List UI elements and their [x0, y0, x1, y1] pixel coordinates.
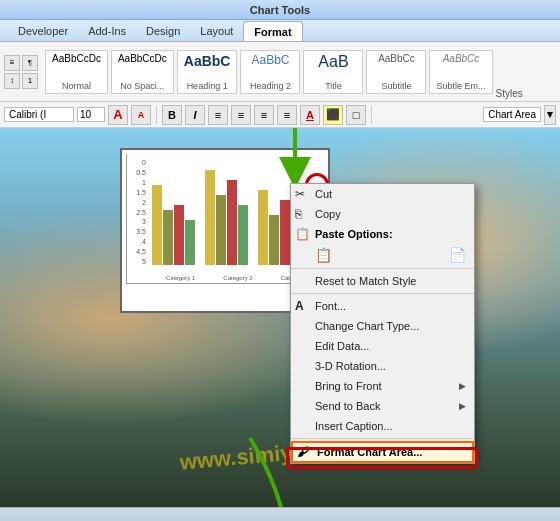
format-toolbar: A A B I ≡ ≡ ≡ ≡ A ⬛ □ Chart Area ▾	[0, 102, 560, 128]
tab-developer[interactable]: Developer	[8, 21, 78, 41]
title-text: Chart Tools	[250, 4, 310, 16]
style-subtitle-preview: AaBbCc	[378, 53, 415, 64]
bar-3-3	[280, 200, 290, 265]
tool-btn-4[interactable]: 1	[22, 73, 38, 89]
align-justify-btn[interactable]: ≡	[277, 105, 297, 125]
title-bar: Chart Tools	[0, 0, 560, 20]
ctx-reset-style[interactable]: Reset to Match Style	[291, 271, 474, 291]
ctx-paste-icons[interactable]: 📋 📄	[291, 244, 474, 266]
font-size-decrease-btn[interactable]: A	[131, 105, 151, 125]
highlight-btn[interactable]: ⬛	[323, 105, 343, 125]
tab-design[interactable]: Design	[136, 21, 190, 41]
bold-btn[interactable]: B	[162, 105, 182, 125]
bar-2-2	[216, 195, 226, 265]
style-subtle-em-label: Subtle Em...	[436, 81, 485, 91]
style-normal[interactable]: AaBbCcDc Normal	[45, 50, 108, 94]
ctx-change-chart-type[interactable]: Change Chart Type...	[291, 316, 474, 336]
bring-front-arrow: ▶	[459, 381, 466, 391]
style-subtitle[interactable]: AaBbCc Subtitle	[366, 50, 426, 94]
tool-btn-1[interactable]: ≡	[4, 55, 20, 71]
style-heading2-preview: AaBbC	[251, 53, 289, 67]
bar-1-3	[174, 205, 184, 265]
align-right-btn[interactable]: ≡	[254, 105, 274, 125]
tab-format[interactable]: Format	[243, 21, 302, 41]
bar-3-2	[269, 215, 279, 265]
ctx-bring-front[interactable]: Bring to Front ▶	[291, 376, 474, 396]
tab-layout[interactable]: Layout	[190, 21, 243, 41]
style-normal-label: Normal	[62, 81, 91, 91]
ctx-send-back[interactable]: Send to Back ▶	[291, 396, 474, 416]
style-heading1-preview: AaBbC	[184, 53, 231, 69]
ctx-insert-caption[interactable]: Insert Caption...	[291, 416, 474, 436]
style-heading2-label: Heading 2	[250, 81, 291, 91]
fmt-sep-1	[156, 106, 157, 124]
style-heading2[interactable]: AaBbC Heading 2	[240, 50, 300, 94]
tool-btn-2[interactable]: ¶	[22, 55, 38, 71]
font-size-input[interactable]	[77, 107, 105, 122]
ctx-sep-2	[291, 293, 474, 294]
font-color-btn[interactable]: A	[300, 105, 320, 125]
chart-area-dropdown[interactable]: Chart Area	[483, 107, 541, 122]
bar-1-1	[152, 185, 162, 265]
ctx-sep-3	[291, 438, 474, 439]
ctx-cut[interactable]: ✂ Cut	[291, 184, 474, 204]
main-area: www.simiyava.com 5 4.5 4 3.5 3 2.5 2 1.5…	[0, 128, 560, 507]
style-title-preview: AaB	[318, 53, 348, 71]
paste-icon-1: 📋	[315, 247, 332, 263]
ctx-paste-header: 📋 Paste Options:	[291, 224, 474, 244]
format-icon: 🖌	[297, 445, 309, 459]
chart-y-labels: 5 4.5 4 3.5 3 2.5 2 1.5 1 0.5 0	[127, 159, 149, 265]
bar-1-4	[185, 220, 195, 265]
bar-2-3	[227, 180, 237, 265]
bar-3-1	[258, 190, 268, 265]
copy-icon: ⎘	[295, 207, 302, 221]
tool-btn-3[interactable]: ↕	[4, 73, 20, 89]
bar-2-4	[238, 205, 248, 265]
context-menu: ✂ Cut ⎘ Copy 📋 Paste Options: 📋 📄 Reset …	[290, 183, 475, 464]
style-subtle-em-preview: AaBbCc	[443, 53, 480, 64]
ctx-sep-1	[291, 268, 474, 269]
ribbon-tabs: Developer Add-Ins Design Layout Format	[0, 20, 560, 42]
style-subtle-em[interactable]: AaBbCc Subtle Em...	[429, 50, 492, 94]
font-size-increase-btn[interactable]: A	[108, 105, 128, 125]
chart-area-dropdown-arrow[interactable]: ▾	[544, 105, 556, 125]
style-subtitle-label: Subtitle	[381, 81, 411, 91]
italic-btn[interactable]: I	[185, 105, 205, 125]
ctx-format-chart-area[interactable]: 🖌 Format Chart Area...	[291, 441, 474, 463]
content-area: www.simiyava.com 5 4.5 4 3.5 3 2.5 2 1.5…	[0, 128, 560, 507]
font-icon: A	[295, 299, 304, 313]
bar-group-1	[152, 185, 195, 265]
align-center-btn[interactable]: ≡	[231, 105, 251, 125]
ctx-copy[interactable]: ⎘ Copy	[291, 204, 474, 224]
style-no-spacing-preview: AaBbCcDc	[118, 53, 167, 64]
style-title-label: Title	[325, 81, 342, 91]
ctx-font[interactable]: A Font...	[291, 296, 474, 316]
style-title[interactable]: AaB Title	[303, 50, 363, 94]
quick-access-tools: ≡ ¶ ↕ 1	[4, 55, 38, 89]
styles-group-label: Styles	[496, 88, 523, 101]
style-heading1[interactable]: AaBbC Heading 1	[177, 50, 238, 94]
style-no-spacing[interactable]: AaBbCcDc No Spaci...	[111, 50, 174, 94]
paste-icon: 📋	[295, 227, 310, 241]
fmt-sep-2	[371, 106, 372, 124]
status-bar	[0, 507, 560, 521]
font-name-input[interactable]	[4, 107, 74, 122]
paste-icon-2: 📄	[449, 247, 466, 263]
ctx-3d-rotation[interactable]: 3-D Rotation...	[291, 356, 474, 376]
cut-icon: ✂	[295, 187, 305, 201]
style-normal-preview: AaBbCcDc	[52, 53, 101, 64]
bar-group-2	[205, 170, 248, 265]
tab-addins[interactable]: Add-Ins	[78, 21, 136, 41]
align-left-btn[interactable]: ≡	[208, 105, 228, 125]
style-heading1-label: Heading 1	[187, 81, 228, 91]
bar-1-2	[163, 210, 173, 265]
ctx-edit-data[interactable]: Edit Data...	[291, 336, 474, 356]
border-btn[interactable]: □	[346, 105, 366, 125]
style-no-spacing-label: No Spaci...	[120, 81, 164, 91]
ribbon-styles: ≡ ¶ ↕ 1 AaBbCcDc Normal AaBbCcDc No Spac…	[0, 42, 560, 102]
send-back-arrow: ▶	[459, 401, 466, 411]
bar-2-1	[205, 170, 215, 265]
